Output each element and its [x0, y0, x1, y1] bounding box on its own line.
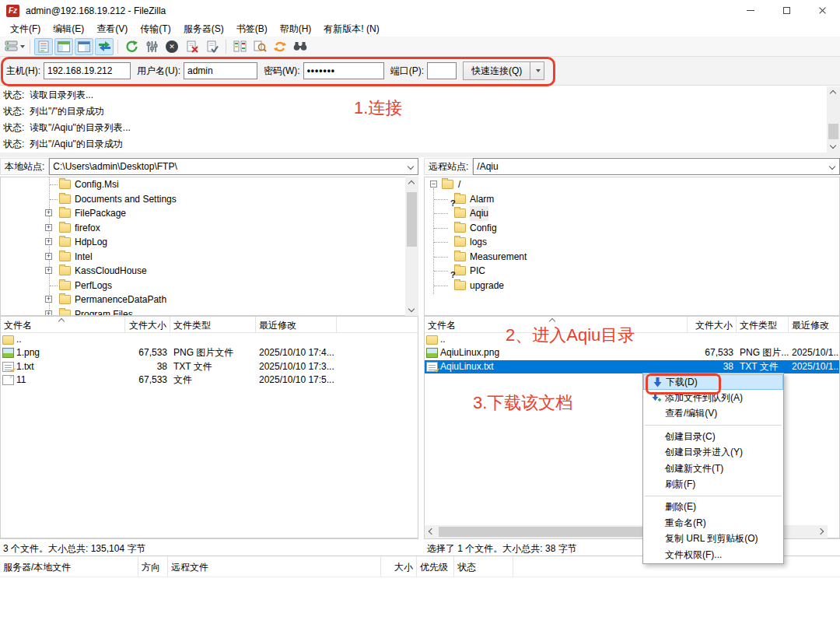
expand-icon[interactable]: + — [45, 267, 52, 274]
quickconnect-dropdown[interactable] — [530, 61, 544, 80]
menu-item-create-directory-enter[interactable]: 创建目录并进入(Y) — [643, 445, 783, 461]
process-queue-button[interactable] — [142, 38, 161, 55]
scroll-thumb[interactable] — [407, 192, 417, 247]
file-row[interactable]: .. — [1, 333, 418, 346]
queue-column-status[interactable]: 状态 — [454, 556, 513, 577]
menu-view[interactable]: 查看(V) — [90, 21, 134, 37]
menu-item-copy-url[interactable]: 复制 URL 到剪贴板(O) — [643, 531, 783, 547]
host-input[interactable] — [44, 62, 131, 79]
menu-item-delete[interactable]: 删除(E) — [643, 500, 783, 515]
expand-icon[interactable]: + — [45, 209, 52, 216]
log-scrollbar[interactable] — [827, 86, 840, 152]
remote-tree-item[interactable]: upgrade — [425, 279, 839, 293]
menu-item-file-permissions[interactable]: 文件权限(F)... — [643, 547, 783, 563]
disconnect-button[interactable] — [183, 38, 201, 55]
file-row-selected[interactable]: AqiuLinux.txt 38 TXT 文件 2025/10/1... — [425, 360, 839, 373]
menu-help[interactable]: 帮助(H) — [274, 21, 318, 37]
file-row[interactable]: 1.png 67,533 PNG 图片文件 2025/10/10 17:4... — [1, 346, 418, 359]
local-tree-item[interactable]: +FilePackage — [1, 206, 418, 221]
menu-edit[interactable]: 编辑(E) — [47, 21, 90, 37]
folder-icon — [442, 180, 453, 189]
column-header-filesize[interactable]: 文件大小 — [125, 317, 170, 332]
column-header-filesize[interactable]: 文件大小 — [688, 317, 737, 332]
synchronized-browsing-button[interactable] — [271, 38, 289, 55]
menu-item-refresh[interactable]: 刷新(F) — [643, 476, 783, 492]
folder-icon — [454, 237, 466, 247]
column-header-modified[interactable]: 最近修改 — [256, 317, 337, 332]
toggle-remote-tree-button[interactable] — [75, 38, 93, 55]
menu-item-download[interactable]: 下载(D) — [643, 374, 783, 390]
minimize-icon — [747, 10, 754, 11]
file-row[interactable]: 1.txt 38 TXT 文件 2025/10/10 17:3... — [1, 360, 418, 373]
expand-icon[interactable]: + — [45, 253, 52, 260]
site-manager-button[interactable] — [4, 38, 26, 55]
local-tree-item[interactable]: +HdpLog — [1, 235, 418, 250]
local-site-combo[interactable]: C:\Users\admin\Desktop\FTP\ — [49, 158, 418, 175]
remote-tree-item[interactable]: ?Alarm — [425, 192, 839, 207]
local-tree-scrollbar[interactable] — [405, 177, 418, 316]
queue-column-server-local[interactable]: 服务器/本地文件 — [0, 556, 138, 577]
scroll-thumb[interactable] — [828, 124, 838, 139]
column-header-filetype[interactable]: 文件类型 — [737, 317, 789, 332]
folder-icon — [454, 209, 466, 218]
remote-tree-item[interactable]: ?PIC — [425, 264, 839, 279]
column-header-modified[interactable]: 最近修改 — [789, 317, 839, 332]
file-row[interactable]: 11 67,533 文件 2025/10/10 17:5... — [1, 373, 418, 387]
remote-tree-item[interactable]: Measurement — [425, 250, 839, 265]
minimize-button[interactable] — [733, 0, 768, 21]
queue-column-remote-file[interactable]: 远程文件 — [168, 556, 381, 577]
menu-server[interactable]: 服务器(S) — [177, 21, 230, 37]
filter-button[interactable] — [291, 38, 310, 55]
menu-item-create-new-file[interactable]: 创建新文件(T) — [643, 461, 783, 476]
toggle-transfer-queue-button[interactable] — [95, 38, 114, 55]
local-tree-item[interactable]: Documents and Settings — [1, 192, 418, 207]
collapse-icon[interactable]: − — [430, 181, 437, 188]
expand-icon[interactable]: + — [45, 238, 52, 245]
menu-transfer[interactable]: 传输(T) — [134, 21, 177, 37]
local-tree-item[interactable]: +PermanenceDataPath — [1, 293, 418, 307]
expand-icon[interactable]: + — [45, 296, 52, 303]
port-input[interactable] — [427, 62, 457, 79]
remote-tree-item[interactable]: Config — [425, 221, 839, 236]
menu-item-add-to-queue[interactable]: 添加文件到队列(A) — [643, 390, 783, 405]
password-input[interactable] — [303, 62, 384, 79]
remote-tree-item-root[interactable]: −/ — [425, 177, 839, 192]
cancel-icon: ✕ — [166, 40, 178, 53]
file-row[interactable]: AqiuLinux.png 67,533 PNG 图片... 2025/10/1… — [425, 346, 839, 359]
column-header-filetype[interactable]: 文件类型 — [170, 317, 256, 332]
queue-column-priority[interactable]: 优先级 — [417, 556, 454, 577]
maximize-button[interactable] — [768, 0, 804, 21]
refresh-button[interactable] — [122, 38, 141, 55]
quickconnect-button[interactable]: 快速连接(Q) — [463, 61, 530, 80]
remote-tree-item[interactable]: Aqiu — [425, 206, 839, 221]
local-tree-item[interactable]: +Intel — [1, 250, 418, 265]
local-tree-item[interactable]: +Program Files — [1, 307, 418, 317]
menu-item-view-edit[interactable]: 查看/编辑(V) — [643, 406, 783, 422]
local-tree-item[interactable]: +KassCloudHouse — [1, 264, 418, 279]
cancel-transfer-button[interactable]: ✕ — [163, 38, 181, 55]
menu-bookmarks[interactable]: 书签(B) — [230, 21, 274, 37]
queue-column-size[interactable]: 大小 — [381, 556, 417, 577]
transfer-queue: 服务器/本地文件 方向 远程文件 大小 优先级 状态 — [0, 556, 840, 624]
local-tree-item[interactable]: +firefox — [1, 221, 418, 236]
queue-column-direction[interactable]: 方向 — [138, 556, 168, 577]
reconnect-button[interactable] — [203, 38, 222, 55]
remote-site-combo[interactable]: /Aqiu — [473, 158, 840, 175]
txt-file-icon — [2, 362, 14, 372]
toggle-message-log-button[interactable] — [34, 38, 53, 55]
expand-icon[interactable]: + — [45, 310, 52, 317]
directory-comparison-button[interactable] — [230, 38, 249, 55]
local-tree-item[interactable]: PerfLogs — [1, 279, 418, 293]
menu-new-version[interactable]: 有新版本! (N) — [317, 21, 385, 37]
remote-tree-item[interactable]: logs — [425, 235, 839, 250]
find-files-button[interactable] — [250, 38, 269, 55]
menu-file[interactable]: 文件(F) — [4, 21, 47, 37]
close-button[interactable] — [804, 0, 840, 21]
titlebar: Fz admin@192.168.19.212 - FileZilla — [0, 0, 840, 21]
menu-item-rename[interactable]: 重命名(R) — [643, 515, 783, 531]
menu-item-create-directory[interactable]: 创建目录(C) — [643, 429, 783, 444]
local-tree-item[interactable]: Config.Msi — [1, 177, 418, 192]
toggle-local-tree-button[interactable] — [54, 38, 73, 55]
username-input[interactable] — [184, 62, 257, 79]
expand-icon[interactable]: + — [45, 224, 52, 231]
